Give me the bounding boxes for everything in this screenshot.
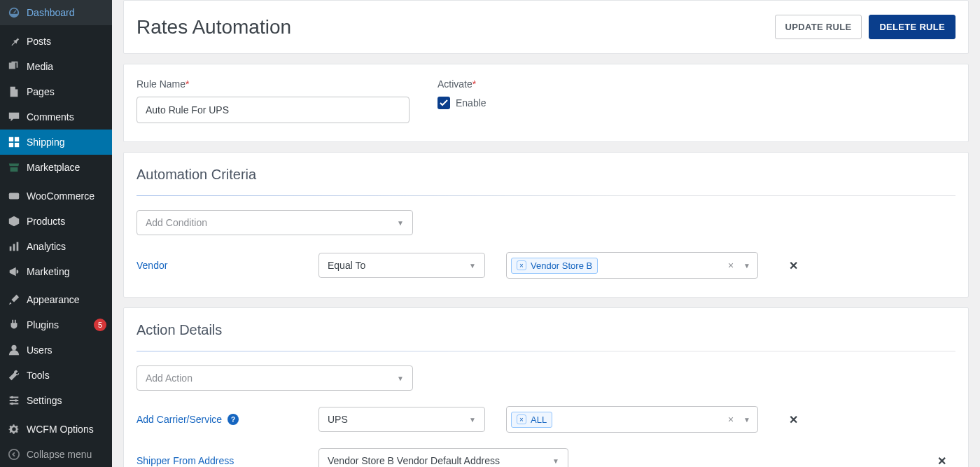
sidebar-item-settings[interactable]: Settings (0, 388, 112, 413)
sidebar-item-woocommerce[interactable]: WooCommerce (0, 183, 112, 209)
shipper-address-select[interactable]: Vendor Store B Vendor Default Address ▼ (318, 448, 568, 467)
automation-criteria-card: Automation Criteria Add Condition ▼ Vend… (123, 152, 969, 298)
page-title: Rates Automation (136, 16, 291, 39)
enable-label: Enable (456, 97, 486, 109)
tag-remove-icon[interactable]: × (517, 260, 526, 270)
vendor-tag: × Vendor Store B (511, 258, 598, 274)
rule-name-label-text: Rule Name (136, 78, 186, 90)
action-label: Shipper From Address (136, 455, 298, 466)
sidebar-item-label: Analytics (27, 241, 106, 252)
svg-rect-7 (17, 242, 19, 251)
add-action-select[interactable]: Add Action ▼ (136, 365, 413, 391)
chevron-down-icon: ▼ (469, 262, 476, 270)
svg-point-10 (15, 399, 18, 402)
multiselect-clear-icon[interactable]: × (725, 414, 736, 425)
page-header: Rates Automation UPDATE RULE DELETE RULE (123, 0, 969, 54)
criteria-operator-value: Equal To (328, 260, 365, 271)
sidebar-item-label: Marketing (27, 266, 106, 277)
pin-icon (7, 34, 21, 48)
svg-rect-4 (9, 193, 19, 199)
sidebar-item-label: WCFM Options (27, 424, 106, 435)
sidebar-item-posts[interactable]: Posts (0, 29, 112, 54)
plugins-badge: 5 (94, 319, 106, 331)
collapse-icon (7, 447, 21, 461)
enable-checkbox[interactable] (438, 97, 450, 109)
vendor-tag-label: Vendor Store B (531, 260, 592, 271)
sidebar-item-plugins[interactable]: Plugins 5 (0, 312, 112, 337)
sidebar-item-label: Shipping (27, 137, 106, 148)
criteria-row-remove-icon[interactable]: ✕ (779, 259, 807, 272)
rule-name-label: Rule Name* (136, 78, 410, 90)
tag-remove-icon[interactable]: × (517, 414, 526, 424)
chevron-down-icon[interactable]: ▼ (741, 416, 753, 424)
sidebar-item-analytics[interactable]: Analytics (0, 234, 112, 259)
add-carrier-label: Add Carrier/Service (136, 414, 222, 425)
carrier-select[interactable]: UPS ▼ (318, 407, 485, 432)
gear-icon (7, 422, 21, 436)
sidebar-item-label: Dashboard (27, 7, 106, 18)
dashboard-icon (7, 6, 21, 20)
sidebar-item-label: Settings (27, 395, 106, 406)
sidebar-item-tools[interactable]: Tools (0, 363, 112, 388)
action-row-remove-icon[interactable]: ✕ (779, 413, 807, 426)
action-row-carrier: Add Carrier/Service ? UPS ▼ × ALL × ▼ ✕ (136, 406, 955, 433)
criteria-title: Automation Criteria (136, 167, 955, 196)
rule-name-input[interactable] (136, 97, 410, 123)
svg-rect-6 (13, 244, 15, 251)
sidebar-item-label: Media (27, 61, 106, 72)
sidebar-item-appearance[interactable]: Appearance (0, 287, 112, 312)
svg-rect-0 (9, 137, 13, 141)
update-rule-button[interactable]: UPDATE RULE (775, 15, 862, 39)
carrier-value: UPS (328, 414, 348, 425)
admin-sidebar: Dashboard Posts Media Pages Comments Shi… (0, 0, 112, 467)
megaphone-icon (7, 265, 21, 279)
sidebar-item-shipping[interactable]: Shipping (0, 130, 112, 155)
multiselect-clear-icon[interactable]: × (725, 260, 736, 271)
add-action-placeholder: Add Action (146, 372, 192, 384)
criteria-row: Vendor Equal To ▼ × Vendor Store B × ▼ ✕ (136, 252, 955, 279)
sidebar-item-users[interactable]: Users (0, 337, 112, 363)
activate-field: Activate* Enable (438, 78, 486, 123)
action-row-remove-icon[interactable]: ✕ (927, 454, 955, 468)
chevron-down-icon: ▼ (552, 457, 559, 465)
svg-rect-5 (10, 246, 12, 251)
sidebar-item-dashboard[interactable]: Dashboard (0, 0, 112, 25)
rule-name-field: Rule Name* (136, 78, 410, 123)
service-tag: × ALL (511, 412, 552, 428)
main-content: Rates Automation UPDATE RULE DELETE RULE… (112, 0, 980, 467)
svg-rect-1 (15, 137, 19, 141)
grid-icon (7, 135, 21, 149)
sidebar-item-marketing[interactable]: Marketing (0, 259, 112, 284)
store-icon (7, 160, 21, 174)
sidebar-item-comments[interactable]: Comments (0, 104, 112, 130)
sidebar-item-pages[interactable]: Pages (0, 79, 112, 104)
delete-rule-button[interactable]: DELETE RULE (869, 15, 955, 39)
sidebar-item-products[interactable]: Products (0, 209, 112, 234)
comment-icon (7, 110, 21, 124)
service-multiselect[interactable]: × ALL × ▼ (506, 406, 758, 433)
sidebar-item-label: Posts (27, 36, 106, 47)
sliders-icon (7, 393, 21, 407)
sidebar-item-label: Users (27, 344, 106, 356)
criteria-value-multiselect[interactable]: × Vendor Store B × ▼ (506, 252, 758, 279)
action-row-address: Shipper From Address Vendor Store B Vend… (136, 448, 955, 467)
svg-rect-2 (9, 143, 13, 147)
sidebar-item-collapse[interactable]: Collapse menu (0, 442, 112, 467)
svg-rect-3 (15, 143, 19, 147)
sidebar-item-marketplace[interactable]: Marketplace (0, 155, 112, 180)
sidebar-item-label: Comments (27, 111, 106, 123)
add-condition-select[interactable]: Add Condition ▼ (136, 210, 413, 235)
basic-info-card: Rule Name* Activate* Enable (123, 64, 969, 142)
svg-point-8 (11, 345, 16, 350)
chevron-down-icon: ▼ (469, 416, 476, 424)
sidebar-item-label: Products (27, 216, 106, 227)
chevron-down-icon: ▼ (397, 375, 404, 382)
action-label: Add Carrier/Service ? (136, 414, 298, 425)
criteria-operator-select[interactable]: Equal To ▼ (318, 253, 485, 278)
help-icon[interactable]: ? (227, 414, 239, 425)
svg-point-12 (9, 449, 19, 459)
add-condition-placeholder: Add Condition (146, 217, 207, 228)
sidebar-item-wcfm-options[interactable]: WCFM Options (0, 417, 112, 442)
sidebar-item-media[interactable]: Media (0, 54, 112, 79)
chevron-down-icon[interactable]: ▼ (741, 262, 753, 270)
